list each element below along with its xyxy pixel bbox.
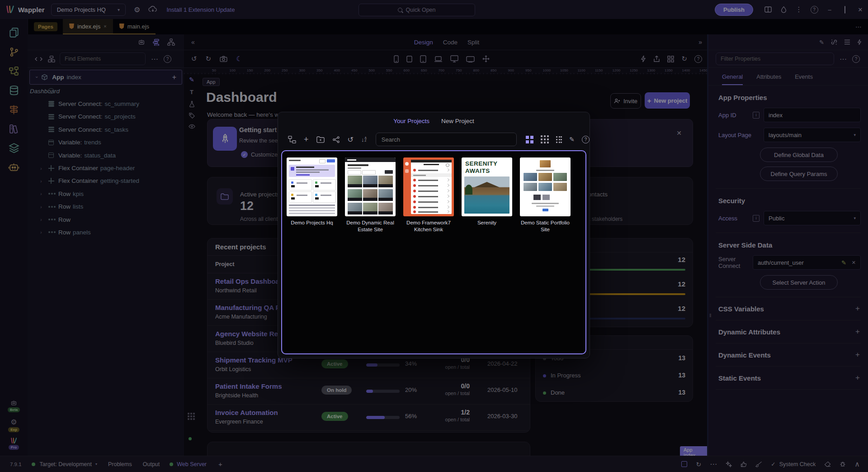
add-project-icon[interactable]: + xyxy=(304,135,309,144)
project-card-label: Serenity xyxy=(462,219,512,226)
project-card[interactable]: Demo Framework7 Kitchen Sink xyxy=(403,157,454,233)
small-grid-view-icon[interactable] xyxy=(541,135,542,137)
project-card-label: Demo Projects Hq xyxy=(287,219,337,226)
large-grid-view-icon[interactable] xyxy=(526,136,529,139)
new-folder-icon[interactable] xyxy=(316,136,325,143)
project-card[interactable]: Demo Projects Hq xyxy=(287,157,337,233)
project-card[interactable]: SERENITYAWAITS Serenity xyxy=(462,157,512,233)
project-card-label: Demo Dynamic Real Estate Site xyxy=(345,219,396,233)
project-card-label: Demo Static Portfolio Site xyxy=(520,219,571,233)
project-thumbnail xyxy=(403,157,454,216)
project-thumbnail: SERENITYAWAITS xyxy=(462,157,512,216)
wappler-window: Wappler Demo Projects HQ ▾ ⚙ Install 1 E… xyxy=(0,0,868,472)
project-thumbnail xyxy=(520,157,571,216)
project-thumbnail xyxy=(345,157,396,216)
project-card-label: Demo Framework7 Kitchen Sink xyxy=(403,219,454,233)
project-picker-modal: Your Projects New Project + ↺ ↓AZ ✎ ? xyxy=(278,112,590,358)
list-view-icon[interactable] xyxy=(556,136,557,138)
sort-az-icon[interactable]: ↓AZ xyxy=(361,136,367,143)
history-icon[interactable]: ↺ xyxy=(348,135,354,144)
modal-tab[interactable]: Your Projects xyxy=(393,118,429,124)
modal-help-icon[interactable]: ? xyxy=(582,136,590,143)
project-card[interactable]: Demo Static Portfolio Site xyxy=(520,157,571,233)
projects-grid: Demo Projects Hq xyxy=(281,150,586,354)
modal-tab[interactable]: New Project xyxy=(441,118,474,124)
rename-pencil-icon[interactable]: ✎ xyxy=(569,136,575,143)
project-search-input[interactable] xyxy=(376,133,517,146)
project-card[interactable]: Demo Dynamic Real Estate Site xyxy=(345,157,396,233)
project-thumbnail xyxy=(287,157,337,216)
project-schema-icon[interactable] xyxy=(288,136,296,143)
branch-nodes-icon[interactable] xyxy=(332,136,340,143)
